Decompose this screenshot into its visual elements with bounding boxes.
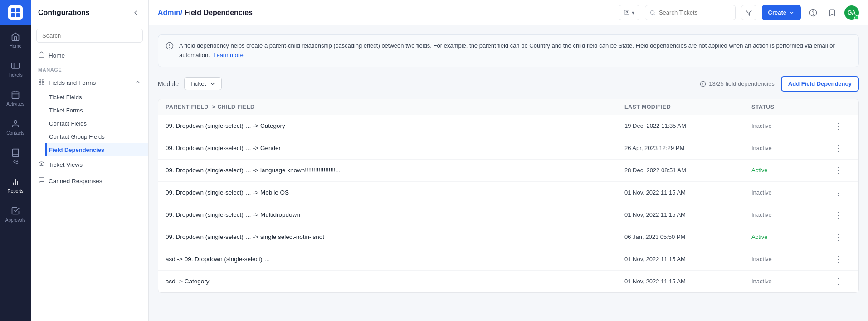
user-avatar[interactable]: GA xyxy=(844,5,859,20)
sidebar-item-home-config[interactable]: Home xyxy=(31,47,148,63)
info-count-icon xyxy=(700,81,706,87)
cell-field-name: 09. Dropdown (single-select) … -> single… xyxy=(166,233,624,240)
row-more-button[interactable]: ⋮ xyxy=(833,254,844,265)
ticket-views-label: Ticket Views xyxy=(49,161,83,168)
table-header: Parent Field -> Child Field Last Modifie… xyxy=(158,99,858,115)
row-more-button[interactable]: ⋮ xyxy=(833,209,844,220)
svg-rect-16 xyxy=(39,83,41,84)
svg-rect-14 xyxy=(39,79,41,81)
sidebar-item-ticket-forms[interactable]: Ticket Forms xyxy=(45,104,148,117)
fields-forms-submenu: Ticket Fields Ticket Forms Contact Field… xyxy=(31,91,148,156)
sidebar-item-home[interactable]: Home xyxy=(0,25,31,54)
toolbar-right: 13/25 field dependencies Add Field Depen… xyxy=(700,76,859,92)
sidebar-item-tickets[interactable]: Tickets xyxy=(0,54,31,83)
create-chevron-icon xyxy=(789,10,795,15)
cell-modified-date: 06 Jan, 2023 05:50 PM xyxy=(624,233,751,240)
sidebar-item-ticket-views[interactable]: Ticket Views xyxy=(31,156,148,173)
table-row: 09. Dropdown (single-select) … -> single… xyxy=(158,226,858,248)
cell-field-name: 09. Dropdown (single-select) … -> Catego… xyxy=(166,122,624,129)
sidebar-item-ticket-fields[interactable]: Ticket Fields xyxy=(45,91,148,104)
cell-modified-date: 28 Dec, 2022 08:51 AM xyxy=(624,167,751,174)
row-more-button[interactable]: ⋮ xyxy=(833,143,844,154)
row-more-button[interactable]: ⋮ xyxy=(833,121,844,131)
module-label: Module xyxy=(158,80,179,88)
search-input[interactable] xyxy=(36,29,143,43)
topbar: Admin/ Field Dependencies ▾ Create GA xyxy=(149,0,868,25)
sidebar-item-contacts[interactable]: Contacts xyxy=(0,112,31,141)
search-tickets-input[interactable] xyxy=(659,9,731,16)
cell-status: Inactive xyxy=(751,145,833,151)
fields-forms-chevron-up xyxy=(135,79,141,87)
filter-button[interactable] xyxy=(741,5,756,20)
svg-rect-0 xyxy=(11,8,15,12)
row-more-button[interactable]: ⋮ xyxy=(833,232,844,243)
svg-rect-15 xyxy=(42,79,44,81)
sidebar-header: Configurations xyxy=(31,0,148,24)
cell-field-name: 09. Dropdown (single-select) … -> langua… xyxy=(166,167,624,174)
svg-marker-23 xyxy=(746,10,751,15)
breadcrumb-current: Field Dependencies xyxy=(185,9,253,16)
learn-more-link[interactable]: Learn more xyxy=(213,52,243,58)
row-more-button[interactable]: ⋮ xyxy=(833,187,844,198)
create-button[interactable]: Create xyxy=(762,5,801,20)
module-selector: Module Ticket xyxy=(158,77,222,90)
cell-status: Inactive xyxy=(751,189,833,196)
ticket-forms-label: Ticket Forms xyxy=(49,107,83,114)
cell-status: Active xyxy=(751,233,833,240)
col-header-modified: Last Modified xyxy=(624,104,751,110)
toolbar: Module Ticket 13/25 field dependencies A… xyxy=(158,76,859,92)
module-value: Ticket xyxy=(190,80,206,87)
activities-icon xyxy=(10,90,20,100)
breadcrumb-admin[interactable]: Admin/ xyxy=(158,9,182,16)
cell-modified-date: 01 Nov, 2022 11:15 AM xyxy=(624,211,751,218)
sidebar-item-contact-fields[interactable]: Contact Fields xyxy=(45,117,148,130)
breadcrumb: Admin/ Field Dependencies xyxy=(158,9,613,17)
svg-rect-17 xyxy=(42,83,44,84)
collapse-sidebar-button[interactable] xyxy=(130,7,141,18)
logo-icon xyxy=(8,5,23,20)
fields-forms-icon xyxy=(38,78,45,87)
kb-label: KB xyxy=(12,160,18,165)
approvals-icon xyxy=(10,206,20,216)
cell-modified-date: 19 Dec, 2022 11:35 AM xyxy=(624,122,751,129)
module-dropdown[interactable]: Ticket xyxy=(184,77,222,90)
cell-modified-date: 01 Nov, 2022 11:15 AM xyxy=(624,278,751,285)
bookmark-button[interactable] xyxy=(825,6,839,19)
cell-field-name: 09. Dropdown (single-select) … -> Gender xyxy=(166,145,624,151)
cell-modified-date: 01 Nov, 2022 11:15 AM xyxy=(624,189,751,196)
sidebar-item-reports[interactable]: Reports xyxy=(0,170,31,199)
cell-field-name: asd -> Category xyxy=(166,278,624,285)
row-more-button[interactable]: ⋮ xyxy=(833,165,844,176)
sidebar-item-contact-group-fields[interactable]: Contact Group Fields xyxy=(45,130,148,143)
table-row: asd -> Category 01 Nov, 2022 11:15 AM In… xyxy=(158,271,858,292)
tickets-label: Tickets xyxy=(8,73,22,78)
sidebar-item-canned-responses[interactable]: Canned Responses xyxy=(31,173,148,189)
sidebar-item-fields-and-forms[interactable]: Fields and Forms xyxy=(31,74,148,91)
table-row: 09. Dropdown (single-select) … -> Catego… xyxy=(158,115,858,137)
sidebar: Configurations Home MANAGE Fields and Fo… xyxy=(31,0,149,321)
help-button[interactable] xyxy=(806,6,820,19)
svg-rect-3 xyxy=(16,13,20,17)
create-label: Create xyxy=(768,9,786,16)
icon-nav: Home Tickets Activities Contacts KB Repo… xyxy=(0,0,31,321)
row-more-button[interactable]: ⋮ xyxy=(833,276,844,287)
search-icon xyxy=(650,10,655,16)
cell-status: Inactive xyxy=(751,211,833,218)
contacts-label: Contacts xyxy=(6,131,24,136)
field-dependencies-table: Parent Field -> Child Field Last Modifie… xyxy=(158,99,859,293)
sidebar-item-kb[interactable]: KB xyxy=(0,141,31,170)
svg-rect-4 xyxy=(12,63,20,68)
sidebar-item-activities[interactable]: Activities xyxy=(0,83,31,112)
add-field-dependency-button[interactable]: Add Field Dependency xyxy=(781,76,859,92)
home-config-label: Home xyxy=(49,52,65,59)
table-row: 09. Dropdown (single-select) … -> langua… xyxy=(158,160,858,182)
sidebar-item-approvals[interactable]: Approvals xyxy=(0,199,31,229)
sidebar-item-field-dependencies[interactable]: Field Dependencies xyxy=(45,143,148,156)
topbar-search-box xyxy=(645,5,736,20)
search-separator: ▾ xyxy=(632,10,634,16)
reports-icon xyxy=(10,177,20,187)
reports-label: Reports xyxy=(7,189,23,194)
svg-point-21 xyxy=(650,10,654,14)
field-dependencies-label: Field Dependencies xyxy=(49,146,104,153)
field-count-text: 13/25 field dependencies xyxy=(709,80,775,87)
